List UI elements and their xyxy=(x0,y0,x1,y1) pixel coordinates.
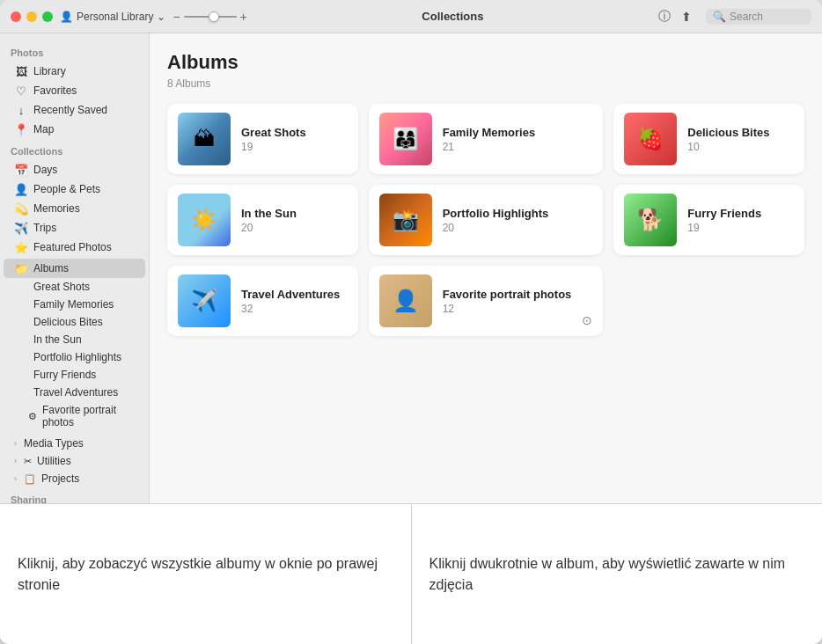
sidebar-item-trips[interactable]: ✈️ Trips xyxy=(4,218,145,238)
album-thumb-family-memories: 👨‍👩‍👧 xyxy=(379,113,432,165)
album-thumb-great-shots: 🏔 xyxy=(178,113,231,165)
sidebar-item-library[interactable]: 🖼 Library xyxy=(4,62,145,81)
sidebar-sub-item-in-the-sun[interactable]: In the Sun xyxy=(4,331,145,348)
album-card-portfolio-highlights[interactable]: 📸 Portfolio Highlights 20 xyxy=(369,185,604,255)
sidebar-item-memories[interactable]: 💫 Memories xyxy=(4,199,145,218)
sidebar-label-map: Map xyxy=(33,123,54,135)
zoom-slider[interactable]: − + xyxy=(172,10,246,24)
thumb-inner-portrait: 👤 xyxy=(379,274,432,327)
search-bar[interactable]: 🔍 Search xyxy=(706,9,811,25)
sidebar-item-media-types[interactable]: › Media Types xyxy=(4,435,145,452)
memories-icon: 💫 xyxy=(14,201,28,216)
sidebar-item-projects[interactable]: › 📋 Projects xyxy=(4,470,145,487)
library-selector[interactable]: 👤 Personal Library ⌄ xyxy=(60,11,165,23)
album-count-furry-friends: 19 xyxy=(687,222,794,234)
album-thumb-in-the-sun: ☀️ xyxy=(178,194,231,246)
thumb-inner: 🏔 xyxy=(178,113,231,165)
album-info-portfolio-highlights: Portfolio Highlights 20 xyxy=(443,207,593,234)
sidebar-item-utilities[interactable]: › ✂ Utilities xyxy=(4,452,145,470)
album-card-in-the-sun[interactable]: ☀️ In the Sun 20 xyxy=(167,185,358,255)
traffic-lights xyxy=(11,11,53,22)
minimize-button[interactable] xyxy=(26,11,37,22)
sidebar-item-map[interactable]: 📍 Map xyxy=(4,120,145,139)
info-icon[interactable]: ⓘ xyxy=(658,9,671,25)
album-name-furry-friends: Furry Friends xyxy=(687,207,794,220)
sidebar-sub-label-favorite-portrait: Favorite portrait photos xyxy=(42,404,135,428)
sidebar-item-featured-photos[interactable]: ⭐ Featured Photos xyxy=(4,238,145,257)
sidebar-sub-item-furry-friends[interactable]: Furry Friends xyxy=(4,366,145,384)
album-count-delicious-bites: 10 xyxy=(687,141,794,153)
collections-section-header: Collections xyxy=(0,139,149,160)
album-name-travel-adventures: Travel Adventures xyxy=(241,288,348,301)
album-card-favorite-portrait[interactable]: 👤 Favorite portrait photos 12 ⊙ xyxy=(369,266,604,336)
album-count-favorite-portrait: 12 xyxy=(443,303,572,315)
album-card-furry-friends[interactable]: 🐕 Furry Friends 19 xyxy=(613,185,804,255)
favorites-icon: ♡ xyxy=(14,84,28,98)
maximize-button[interactable] xyxy=(42,11,53,22)
annotation-area: Kliknij, aby zobaczyć wszystkie albumy w… xyxy=(0,503,822,644)
sidebar-label-recently-saved: Recently Saved xyxy=(33,104,107,116)
slider-track[interactable] xyxy=(184,16,237,18)
sidebar-sub-item-favorite-portrait[interactable]: ⚙ Favorite portrait photos xyxy=(4,401,145,431)
sidebar-sub-label-furry-friends: Furry Friends xyxy=(33,369,96,381)
sharing-section-header: Sharing xyxy=(0,487,149,503)
zoom-out-icon[interactable]: − xyxy=(172,10,180,24)
thumb-inner-portfolio: 📸 xyxy=(379,194,432,246)
album-card-delicious-bites[interactable]: 🍓 Delicious Bites 10 xyxy=(613,104,804,174)
sidebar-item-people-pets[interactable]: 👤 People & Pets xyxy=(4,179,145,199)
album-info-great-shots: Great Shots 19 xyxy=(241,126,348,153)
projects-icon: 📋 xyxy=(24,473,36,485)
sidebar-sub-item-great-shots[interactable]: Great Shots xyxy=(4,278,145,296)
album-name-in-the-sun: In the Sun xyxy=(241,207,348,220)
sidebar-label-featured-photos: Featured Photos xyxy=(33,241,112,253)
slider-thumb[interactable] xyxy=(209,11,219,22)
album-card-great-shots[interactable]: 🏔 Great Shots 19 xyxy=(167,104,358,174)
annotation-text-2: Kliknij dwukrotnie w album, aby wyświetl… xyxy=(429,553,805,596)
sidebar-sub-item-portfolio-highlights[interactable]: Portfolio Highlights xyxy=(4,348,145,366)
sidebar-sub-label-delicious-bites: Delicious Bites xyxy=(33,316,103,328)
album-count-travel-adventures: 32 xyxy=(241,303,348,315)
annotation-text-1: Kliknij, aby zobaczyć wszystkie albumy w… xyxy=(18,553,393,596)
trips-icon: ✈️ xyxy=(14,221,28,235)
sidebar-label-albums: Albums xyxy=(33,262,69,274)
albums-folder-icon: 📁 xyxy=(14,261,28,275)
sidebar-sub-label-travel-adventures: Travel Adventures xyxy=(33,386,118,399)
sidebar: Photos 🖼 Library ♡ Favorites ↓ Recently … xyxy=(0,33,150,503)
album-count-great-shots: 19 xyxy=(241,141,348,153)
search-placeholder: Search xyxy=(730,11,763,23)
favorite-portrait-icon: ⚙ xyxy=(28,411,37,422)
share-icon[interactable]: ⬆ xyxy=(681,10,692,24)
toolbar-icons: ⓘ ⬆ xyxy=(658,9,692,25)
zoom-in-icon[interactable]: + xyxy=(240,10,247,24)
sidebar-sub-label-in-the-sun: In the Sun xyxy=(33,333,82,346)
sidebar-label-utilities: Utilities xyxy=(37,455,71,467)
close-button[interactable] xyxy=(11,11,21,22)
people-pets-icon: 👤 xyxy=(14,182,28,196)
thumb-inner-family: 👨‍👩‍👧 xyxy=(379,113,432,165)
sidebar-sub-item-travel-adventures[interactable]: Travel Adventures xyxy=(4,384,145,401)
chevron-right-icon-2: › xyxy=(14,457,17,465)
thumb-inner-delicious: 🍓 xyxy=(624,113,677,165)
album-card-travel-adventures[interactable]: ✈️ Travel Adventures 32 xyxy=(167,266,358,336)
sidebar-sub-item-family-memories[interactable]: Family Memories xyxy=(4,296,145,313)
sidebar-sub-item-delicious-bites[interactable]: Delicious Bites xyxy=(4,313,145,331)
page-title: Albums xyxy=(167,51,804,74)
main-panel: Albums 8 Albums 🏔 Great Shots 19 👨‍👩‍👧 xyxy=(150,33,822,503)
sidebar-item-albums[interactable]: 📁 Albums xyxy=(4,259,145,278)
album-count-label: 8 Albums xyxy=(167,77,804,90)
sidebar-item-favorites[interactable]: ♡ Favorites xyxy=(4,81,145,100)
title-bar: 👤 Personal Library ⌄ − + Collections ⓘ ⬆… xyxy=(0,0,822,33)
app-window: 👤 Personal Library ⌄ − + Collections ⓘ ⬆… xyxy=(0,0,822,644)
chevron-down-icon: ⌄ xyxy=(157,11,165,23)
sidebar-item-days[interactable]: 📅 Days xyxy=(4,160,145,179)
album-info-favorite-portrait: Favorite portrait photos 12 xyxy=(443,288,572,315)
album-thumb-travel-adventures: ✈️ xyxy=(178,274,231,327)
album-info-delicious-bites: Delicious Bites 10 xyxy=(687,126,794,153)
sidebar-item-recently-saved[interactable]: ↓ Recently Saved xyxy=(4,100,145,120)
album-card-family-memories[interactable]: 👨‍👩‍👧 Family Memories 21 xyxy=(369,104,604,174)
sidebar-label-projects: Projects xyxy=(41,472,79,485)
annotation-col-1: Kliknij, aby zobaczyć wszystkie albumy w… xyxy=(0,504,412,644)
toolbar-title: Collections xyxy=(422,10,483,23)
sidebar-label-people-pets: People & Pets xyxy=(33,183,100,195)
album-thumb-delicious-bites: 🍓 xyxy=(624,113,677,165)
